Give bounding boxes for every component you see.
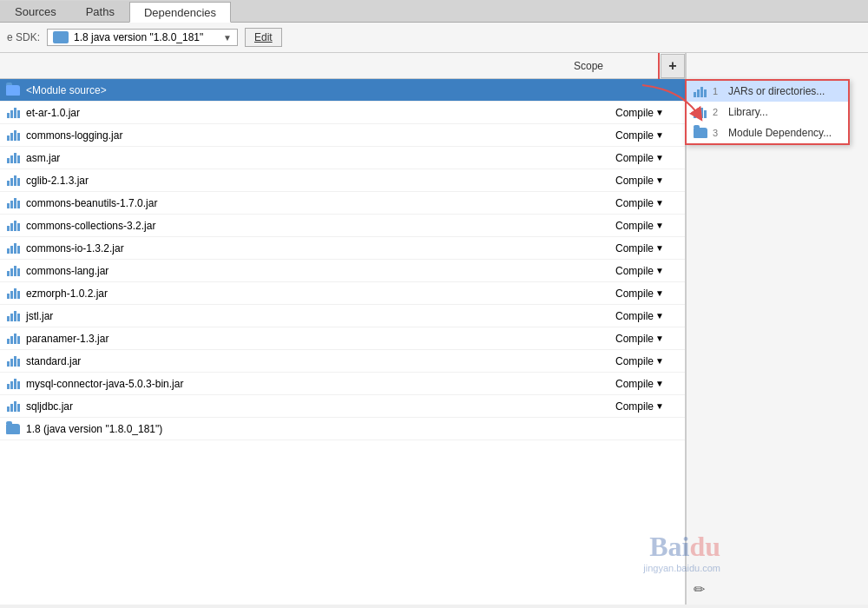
list-item[interactable]: <Module source> — [0, 79, 685, 102]
sidebar-edit-area: ✏ — [687, 442, 868, 605]
list-item[interactable]: commons-beanutils-1.7.0.jar Compile ▼ — [0, 192, 685, 215]
jar-icon — [3, 261, 23, 281]
list-item[interactable]: standard.jar Compile ▼ — [0, 350, 685, 373]
list-item[interactable]: commons-lang.jar Compile ▼ — [0, 260, 685, 282]
sdk-folder-icon — [53, 31, 69, 43]
tab-paths[interactable]: Paths — [71, 1, 129, 22]
baidu-logo-text: Baidu — [649, 531, 720, 563]
dep-item-name: <Module source> — [23, 84, 615, 96]
dep-item-name: commons-logging.jar — [23, 129, 615, 142]
main-area: Scope + <Module source> — [0, 53, 868, 605]
dep-item-scope: Compile ▼ — [615, 129, 685, 142]
dep-list: <Module source> et-ar-1.0.jar Com — [0, 79, 685, 605]
tab-dependencies[interactable]: Dependencies — [129, 2, 231, 23]
jar-icon — [3, 171, 23, 190]
dep-item-name: commons-beanutils-1.7.0.jar — [23, 197, 615, 209]
jar-icon — [3, 374, 23, 393]
dep-item-scope: Compile ▼ — [615, 378, 685, 390]
jar-icon — [3, 126, 23, 145]
sdk-value: 1.8 java version "1.8.0_181" — [74, 31, 203, 43]
dep-item-scope: Compile ▼ — [615, 107, 685, 119]
edit-pencil-button[interactable]: ✏ — [694, 581, 861, 598]
jar-icon — [3, 329, 23, 348]
dep-item-scope: Compile ▼ — [615, 220, 685, 232]
jar-icon — [3, 397, 23, 416]
sdk-item-icon — [3, 420, 23, 439]
dep-item-name: ezmorph-1.0.2.jar — [23, 287, 615, 300]
dep-item-name: jstl.jar — [23, 310, 615, 322]
baidu-sub-text: jingyan.baidu.com — [643, 563, 720, 573]
jar-icon — [3, 149, 23, 168]
dep-item-name: standard.jar — [23, 355, 615, 367]
dep-item-scope: Compile ▼ — [615, 265, 685, 277]
list-item[interactable]: asm.jar Compile ▼ — [0, 147, 685, 169]
list-item[interactable]: mysql-connector-java-5.0.3-bin.jar Compi… — [0, 373, 685, 395]
dep-item-name: asm.jar — [23, 152, 615, 164]
dep-item-name: cglib-2.1.3.jar — [23, 175, 615, 187]
dep-item-scope: Compile ▼ — [615, 400, 685, 413]
dropdown-item-module-dep[interactable]: 3 Module Dependency... — [687, 122, 848, 143]
dependencies-panel: Scope + <Module source> — [0, 53, 686, 605]
dropdown-item-jars[interactable]: 1 JARs or directories... — [687, 81, 848, 102]
add-dropdown-menu: 1 JARs or directories... 2 Library... 3 … — [685, 79, 850, 145]
dep-item-name: paranamer-1.3.jar — [23, 333, 615, 345]
sdk-label: e SDK: — [7, 31, 40, 43]
right-sidebar: 1 JARs or directories... 2 Library... 3 … — [686, 53, 868, 605]
dep-item-name: 1.8 (java version "1.8.0_181") — [23, 423, 615, 435]
jar-icon — [3, 284, 23, 303]
dep-item-scope: Compile ▼ — [615, 175, 685, 187]
dep-item-name: commons-collections-3.2.jar — [23, 220, 615, 232]
dep-item-name: sqljdbc.jar — [23, 400, 615, 413]
sdk-row: e SDK: 1.8 java version "1.8.0_181" ▼ Ed… — [0, 23, 868, 53]
jar-icon — [3, 194, 23, 213]
jar-icon — [3, 103, 23, 122]
list-item[interactable]: ezmorph-1.0.2.jar Compile ▼ — [0, 282, 685, 305]
list-item[interactable]: jstl.jar Compile ▼ — [0, 305, 685, 327]
jar-icon — [3, 352, 23, 371]
list-item[interactable]: paranamer-1.3.jar Compile ▼ — [0, 327, 685, 350]
dep-item-scope: Compile ▼ — [615, 287, 685, 300]
list-item[interactable]: commons-logging.jar Compile ▼ — [0, 124, 685, 147]
dep-item-scope: Compile ▼ — [615, 152, 685, 164]
list-item[interactable]: et-ar-1.0.jar Compile ▼ — [0, 102, 685, 124]
sdk-dropdown-arrow-icon: ▼ — [223, 33, 232, 43]
module-dep-icon — [694, 128, 707, 138]
tab-sources[interactable]: Sources — [0, 1, 71, 22]
list-item[interactable]: commons-io-1.3.2.jar Compile ▼ — [0, 237, 685, 260]
jar-icon — [3, 307, 23, 326]
baidu-watermark: Baidu jingyan.baidu.com — [643, 531, 720, 573]
library-icon — [694, 106, 707, 118]
jar-icon — [3, 216, 23, 235]
jars-icon — [694, 85, 707, 97]
dep-item-name: commons-lang.jar — [23, 265, 615, 277]
dep-item-scope: Compile ▼ — [615, 197, 685, 209]
list-item[interactable]: cglib-2.1.3.jar Compile ▼ — [0, 169, 685, 192]
dep-scope-column: Scope — [574, 60, 661, 72]
list-item[interactable]: 1.8 (java version "1.8.0_181") — [0, 418, 685, 440]
dep-item-scope: Compile ▼ — [615, 333, 685, 345]
dep-list-container: <Module source> et-ar-1.0.jar Com — [0, 79, 685, 605]
list-item[interactable]: commons-collections-3.2.jar Compile ▼ — [0, 215, 685, 237]
dep-header: Scope + — [0, 53, 685, 79]
module-source-icon — [3, 81, 23, 100]
dep-item-name: et-ar-1.0.jar — [23, 107, 615, 119]
dep-item-name: commons-io-1.3.2.jar — [23, 242, 615, 254]
list-item[interactable]: sqljdbc.jar Compile ▼ — [0, 395, 685, 418]
add-dependency-button[interactable]: + — [661, 54, 685, 78]
dep-item-name: mysql-connector-java-5.0.3-bin.jar — [23, 378, 615, 390]
dep-item-scope: Compile ▼ — [615, 310, 685, 322]
dep-item-scope: Compile ▼ — [615, 355, 685, 367]
dep-item-scope: Compile ▼ — [615, 242, 685, 254]
dropdown-item-library[interactable]: 2 Library... — [687, 102, 848, 122]
sdk-select[interactable]: 1.8 java version "1.8.0_181" ▼ — [47, 29, 238, 46]
jar-icon — [3, 239, 23, 258]
tab-bar: Sources Paths Dependencies — [0, 0, 868, 23]
edit-sdk-button[interactable]: Edit — [245, 28, 282, 47]
